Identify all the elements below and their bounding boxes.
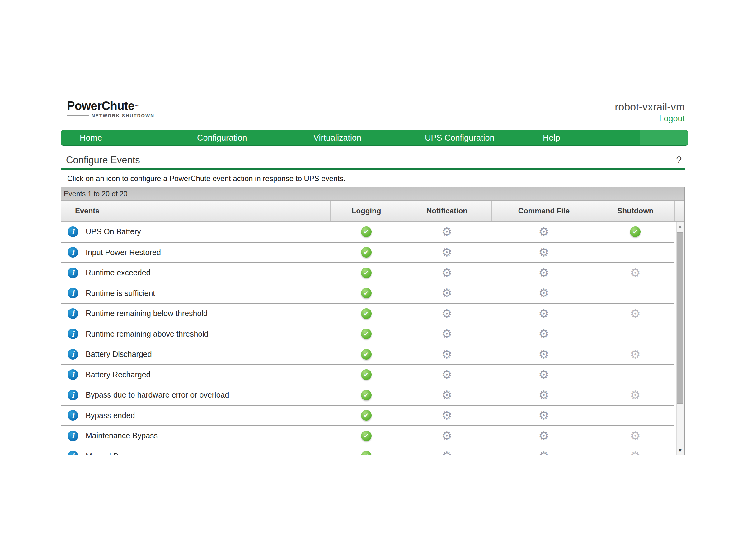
scrollbar-down-arrow-icon[interactable]: ▼: [677, 448, 684, 453]
nav-item-virtualization[interactable]: Virtualization: [313, 130, 361, 145]
notification-gear-icon[interactable]: ⚙: [441, 369, 452, 380]
nav-item-configuration[interactable]: Configuration: [197, 130, 247, 145]
event-row: iBattery Discharged✔⚙⚙⚙: [61, 344, 674, 364]
column-header-logging: Logging: [330, 201, 402, 221]
instruction-text: Click on an icon to configure a PowerChu…: [67, 174, 345, 183]
logging-check-icon[interactable]: ✔: [361, 288, 371, 298]
notification-gear-icon[interactable]: ⚙: [441, 389, 452, 401]
column-header-notification: Notification: [402, 201, 491, 221]
notification-cell: ⚙: [402, 221, 491, 242]
nav-item-ups-configuration[interactable]: UPS Configuration: [425, 130, 495, 145]
event-info-icon[interactable]: i: [68, 451, 78, 455]
event-info-icon[interactable]: i: [68, 369, 78, 380]
logging-check-icon[interactable]: ✔: [361, 390, 371, 400]
logging-check-icon[interactable]: ✔: [361, 369, 371, 380]
logging-check-icon[interactable]: ✔: [361, 308, 371, 319]
logging-cell: ✔: [330, 447, 402, 455]
logging-check-icon[interactable]: ✔: [361, 349, 371, 359]
nav-item-home[interactable]: Home: [80, 130, 102, 145]
command-file-gear-icon[interactable]: ⚙: [538, 430, 549, 442]
command-file-cell: ⚙: [491, 385, 596, 405]
command-file-gear-icon[interactable]: ⚙: [538, 328, 549, 340]
shutdown-gear-icon[interactable]: ⚙: [630, 308, 641, 320]
hostname-label: robot-vxrail-vm: [615, 101, 685, 112]
command-file-cell: ⚙: [491, 447, 596, 455]
notification-gear-icon[interactable]: ⚙: [441, 409, 452, 421]
shutdown-gear-icon[interactable]: ⚙: [630, 267, 641, 279]
event-info-icon[interactable]: i: [68, 349, 78, 359]
table-body: iUPS On Battery✔⚙⚙✔iInput Power Restored…: [61, 221, 685, 455]
event-info-icon[interactable]: i: [68, 410, 78, 421]
event-row: iRuntime remaining below threshold✔⚙⚙⚙: [61, 303, 674, 324]
logging-cell: ✔: [330, 406, 402, 426]
nav-item-help[interactable]: Help: [543, 130, 560, 145]
event-label: Battery Discharged: [85, 350, 152, 359]
command-file-cell: ⚙: [491, 221, 596, 242]
event-info-icon[interactable]: i: [68, 268, 78, 278]
logout-link[interactable]: Logout: [615, 114, 685, 124]
event-info-icon[interactable]: i: [68, 308, 78, 319]
event-row: iManual Bypass✔⚙⚙⚙: [61, 446, 674, 455]
logging-check-icon[interactable]: ✔: [361, 247, 371, 258]
logging-check-icon[interactable]: ✔: [361, 410, 371, 421]
event-info-icon[interactable]: i: [68, 328, 78, 339]
notification-gear-icon[interactable]: ⚙: [441, 246, 452, 258]
brand-name: PowerChute: [67, 99, 134, 112]
logging-check-icon[interactable]: ✔: [361, 226, 371, 237]
event-row: iBattery Recharged✔⚙⚙: [61, 364, 674, 385]
notification-gear-icon[interactable]: ⚙: [441, 450, 452, 455]
help-button[interactable]: ?: [676, 154, 685, 166]
notification-gear-icon[interactable]: ⚙: [441, 226, 452, 238]
logging-check-icon[interactable]: ✔: [361, 268, 371, 278]
column-header-events: Events: [61, 201, 330, 221]
notification-gear-icon[interactable]: ⚙: [441, 308, 452, 320]
command-file-gear-icon[interactable]: ⚙: [538, 369, 549, 380]
logging-check-icon[interactable]: ✔: [361, 328, 371, 339]
event-info-icon[interactable]: i: [68, 390, 78, 400]
scrollbar-up-arrow-icon[interactable]: ▲: [677, 224, 684, 229]
notification-cell: ⚙: [402, 284, 491, 303]
logging-cell: ✔: [330, 344, 402, 364]
event-row: iUPS On Battery✔⚙⚙✔: [61, 221, 674, 242]
command-file-gear-icon[interactable]: ⚙: [538, 246, 549, 258]
powerchute-page: PowerChute™ NETWORK SHUTDOWN robot-vxrai…: [0, 0, 747, 560]
shutdown-gear-icon[interactable]: ⚙: [630, 389, 641, 401]
notification-gear-icon[interactable]: ⚙: [441, 430, 452, 442]
account-area: robot-vxrail-vm Logout: [615, 101, 685, 124]
logging-check-icon[interactable]: ✔: [361, 431, 371, 441]
shutdown-gear-icon[interactable]: ⚙: [630, 430, 641, 442]
command-file-gear-icon[interactable]: ⚙: [538, 287, 549, 299]
scrollbar-thumb[interactable]: [677, 232, 683, 403]
notification-cell: ⚙: [402, 447, 491, 455]
logging-cell: ✔: [330, 324, 402, 344]
page-title: Configure Events: [61, 155, 140, 166]
notification-cell: ⚙: [402, 365, 491, 385]
table-caption: Events 1 to 20 of 20: [61, 187, 685, 201]
notification-gear-icon[interactable]: ⚙: [441, 287, 452, 299]
shutdown-gear-icon[interactable]: ⚙: [630, 348, 641, 360]
event-label: Bypass due to hardware error or overload: [85, 391, 229, 399]
event-info-icon[interactable]: i: [68, 247, 78, 258]
logging-cell: ✔: [330, 426, 402, 446]
logging-cell: ✔: [330, 284, 402, 303]
logging-check-icon[interactable]: ✔: [361, 451, 371, 455]
command-file-gear-icon[interactable]: ⚙: [538, 308, 549, 320]
command-file-gear-icon[interactable]: ⚙: [538, 348, 549, 360]
command-file-gear-icon[interactable]: ⚙: [538, 267, 549, 279]
command-file-gear-icon[interactable]: ⚙: [538, 226, 549, 238]
command-file-gear-icon[interactable]: ⚙: [538, 450, 549, 455]
event-info-icon[interactable]: i: [68, 431, 78, 441]
notification-gear-icon[interactable]: ⚙: [441, 328, 452, 340]
logging-cell: ✔: [330, 304, 402, 324]
command-file-gear-icon[interactable]: ⚙: [538, 409, 549, 421]
vertical-scrollbar[interactable]: ▲ ▼: [676, 221, 684, 455]
notification-gear-icon[interactable]: ⚙: [441, 348, 452, 360]
command-file-gear-icon[interactable]: ⚙: [538, 389, 549, 401]
shutdown-gear-icon[interactable]: ⚙: [630, 450, 641, 455]
shutdown-check-icon[interactable]: ✔: [630, 226, 641, 237]
event-info-icon[interactable]: i: [68, 226, 78, 237]
event-label: Input Power Restored: [85, 248, 161, 257]
notification-gear-icon[interactable]: ⚙: [441, 267, 452, 279]
event-info-icon[interactable]: i: [68, 288, 78, 298]
notification-cell: ⚙: [402, 263, 491, 283]
